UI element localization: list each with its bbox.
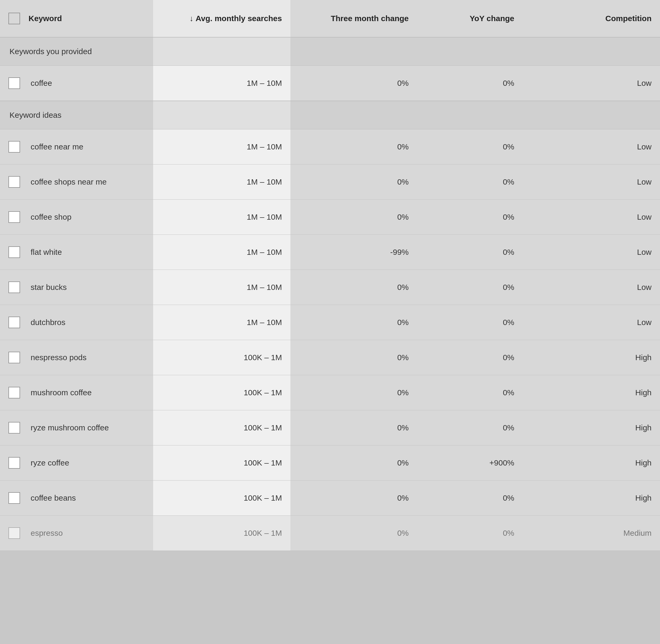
competition-cell: Low — [523, 200, 660, 235]
row-checkbox[interactable] — [8, 176, 20, 188]
section-label: Keyword ideas — [0, 101, 153, 130]
avg-searches-cell: 100K – 1M — [153, 340, 290, 375]
keyword-cell: star bucks — [0, 270, 153, 305]
competition-cell: Low — [523, 270, 660, 305]
avg-searches-cell: 100K – 1M — [153, 481, 290, 516]
header-checkbox[interactable] — [8, 13, 20, 24]
avg-searches-cell: 1M – 10M — [153, 66, 290, 101]
keyword-cell: coffee shop — [0, 200, 153, 235]
yoy-cell: 0% — [417, 164, 523, 200]
three-month-header[interactable]: Three month change — [290, 0, 417, 37]
competition-cell: High — [523, 445, 660, 481]
yoy-header[interactable]: YoY change — [417, 0, 523, 37]
keyword-cell: espresso — [0, 516, 153, 551]
three-month-cell: 0% — [290, 375, 417, 410]
yoy-cell: 0% — [417, 340, 523, 375]
table-row: nespresso pods 100K – 1M 0% 0% High — [0, 340, 660, 375]
table-row: star bucks 1M – 10M 0% 0% Low — [0, 270, 660, 305]
row-checkbox[interactable] — [8, 211, 20, 223]
row-checkbox[interactable] — [8, 141, 20, 153]
keyword-text: nespresso pods — [31, 353, 87, 362]
three-month-cell: 0% — [290, 270, 417, 305]
competition-cell: Low — [523, 130, 660, 164]
table-row: coffee shops near me 1M – 10M 0% 0% Low — [0, 164, 660, 200]
avg-searches-cell: 1M – 10M — [153, 235, 290, 270]
table-row: coffee beans 100K – 1M 0% 0% High — [0, 481, 660, 516]
three-month-cell: -99% — [290, 235, 417, 270]
avg-searches-cell: 1M – 10M — [153, 305, 290, 340]
competition-cell: Low — [523, 66, 660, 101]
three-month-cell: 0% — [290, 66, 417, 101]
keyword-cell: ryze mushroom coffee — [0, 410, 153, 445]
keyword-cell: coffee shops near me — [0, 164, 153, 200]
yoy-cell: 0% — [417, 270, 523, 305]
keyword-text: ryze coffee — [31, 458, 69, 467]
row-checkbox[interactable] — [8, 457, 20, 469]
yoy-cell: 0% — [417, 305, 523, 340]
row-checkbox[interactable] — [8, 352, 20, 363]
avg-searches-cell: 1M – 10M — [153, 164, 290, 200]
keyword-planner-table: Keyword ↓Avg. monthly searches Three mon… — [0, 0, 660, 644]
table-row: ryze mushroom coffee 100K – 1M 0% 0% Hig… — [0, 410, 660, 445]
three-month-cell: 0% — [290, 340, 417, 375]
keyword-cell: flat white — [0, 235, 153, 270]
yoy-cell: 0% — [417, 516, 523, 551]
avg-searches-cell: 1M – 10M — [153, 200, 290, 235]
competition-cell: High — [523, 481, 660, 516]
avg-searches-cell: 1M – 10M — [153, 270, 290, 305]
row-checkbox[interactable] — [8, 77, 20, 89]
yoy-cell: 0% — [417, 375, 523, 410]
row-checkbox[interactable] — [8, 492, 20, 504]
competition-cell: Low — [523, 305, 660, 340]
competition-cell: High — [523, 375, 660, 410]
three-month-cell: 0% — [290, 516, 417, 551]
table-row: espresso 100K – 1M 0% 0% Medium — [0, 516, 660, 551]
row-checkbox[interactable] — [8, 527, 20, 539]
keyword-cell: nespresso pods — [0, 340, 153, 375]
keyword-column-label: Keyword — [28, 14, 62, 23]
table-row: ryze coffee 100K – 1M 0% +900% High — [0, 445, 660, 481]
keyword-text: espresso — [31, 529, 63, 537]
yoy-label: YoY change — [470, 14, 514, 23]
row-checkbox[interactable] — [8, 281, 20, 293]
row-checkbox[interactable] — [8, 246, 20, 258]
section-header-provided: Keywords you provided — [0, 37, 660, 66]
competition-cell: Medium — [523, 516, 660, 551]
keyword-text: mushroom coffee — [31, 388, 92, 397]
avg-searches-cell: 1M – 10M — [153, 130, 290, 164]
keyword-text: coffee beans — [31, 493, 76, 503]
keyword-text: dutchbros — [31, 318, 66, 327]
row-checkbox[interactable] — [8, 387, 20, 398]
avg-searches-cell: 100K – 1M — [153, 375, 290, 410]
yoy-cell: 0% — [417, 66, 523, 101]
keyword-cell: coffee — [0, 66, 153, 101]
row-checkbox[interactable] — [8, 317, 20, 328]
yoy-cell: 0% — [417, 130, 523, 164]
avg-searches-label: Avg. monthly searches — [196, 14, 282, 23]
keyword-text: coffee — [31, 79, 52, 88]
section-header-ideas: Keyword ideas — [0, 101, 660, 130]
avg-searches-cell: 100K – 1M — [153, 410, 290, 445]
section-label: Keywords you provided — [0, 37, 153, 66]
table-row: coffee 1M – 10M 0% 0% Low — [0, 66, 660, 101]
keyword-cell: coffee near me — [0, 130, 153, 164]
keyword-text: ryze mushroom coffee — [31, 423, 109, 432]
keyword-text: star bucks — [31, 283, 67, 292]
yoy-cell: 0% — [417, 200, 523, 235]
competition-cell: High — [523, 410, 660, 445]
competition-cell: Low — [523, 235, 660, 270]
competition-cell: Low — [523, 164, 660, 200]
competition-label: Competition — [605, 14, 652, 23]
keyword-text: coffee shop — [31, 212, 72, 222]
table-row: flat white 1M – 10M -99% 0% Low — [0, 235, 660, 270]
three-month-cell: 0% — [290, 130, 417, 164]
keyword-header: Keyword — [0, 0, 153, 37]
row-checkbox[interactable] — [8, 422, 20, 434]
keyword-text: coffee shops near me — [31, 178, 107, 186]
competition-header[interactable]: Competition — [523, 0, 660, 37]
sort-descending-icon: ↓ — [190, 14, 193, 23]
avg-searches-header[interactable]: ↓Avg. monthly searches — [153, 0, 290, 37]
keyword-cell: ryze coffee — [0, 445, 153, 481]
three-month-cell: 0% — [290, 200, 417, 235]
avg-searches-cell: 100K – 1M — [153, 516, 290, 551]
